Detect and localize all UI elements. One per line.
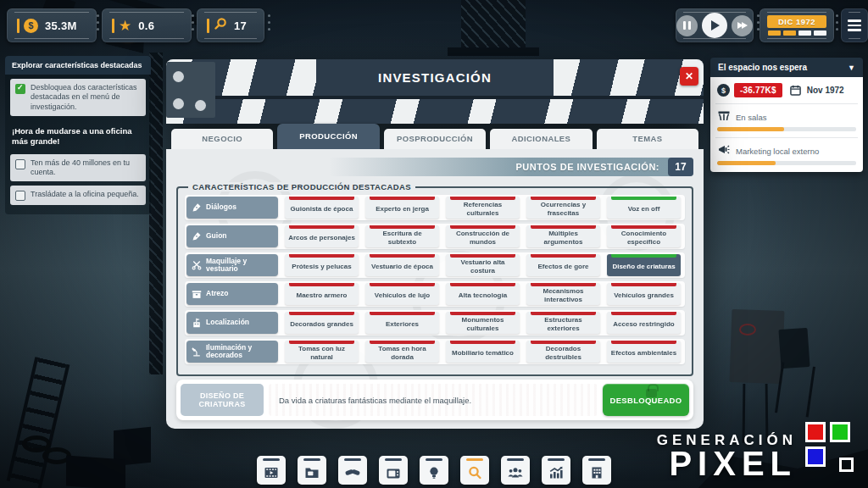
play-button[interactable] (702, 13, 727, 38)
phase-progress-fill (717, 127, 784, 131)
category-iluminacion[interactable]: Iluminación y decorados (186, 341, 278, 363)
research-item[interactable]: Estructuras exteriores (526, 312, 600, 334)
staff-button[interactable] (501, 456, 530, 485)
month-segment (768, 30, 781, 36)
research-item[interactable]: Monumentos culturales (446, 312, 520, 334)
quest-title: Explorar características destacadas (5, 56, 151, 75)
tab-produccion[interactable]: PRODUCCIÓN (277, 124, 379, 149)
whiteboard (730, 309, 785, 384)
stats-button[interactable] (542, 456, 570, 485)
research-item[interactable]: Acceso restringido (607, 312, 681, 334)
marketing-progress-fill (717, 161, 776, 165)
ticket-mark-icon (17, 19, 19, 33)
research-item[interactable]: Mobiliario temático (446, 341, 520, 363)
movie-panel-header[interactable]: El espacio nos espera ▼ (710, 58, 863, 77)
search-icon (466, 464, 483, 481)
research-row: Localización Decorados grandes Exteriore… (185, 310, 685, 336)
category-dialogos[interactable]: Diálogos (186, 197, 278, 219)
truss-tower (461, 0, 526, 53)
ideas-button[interactable] (420, 456, 448, 485)
research-item[interactable]: Alta tecnología (446, 283, 520, 305)
pause-button[interactable] (676, 15, 698, 36)
research-row: Iluminación y decorados Tomas con luz na… (185, 339, 685, 364)
building-icon (588, 464, 605, 481)
research-item[interactable]: Tomas en hora dorada (365, 341, 439, 363)
research-badge[interactable]: 17 (197, 8, 264, 42)
date-label: DIC 1972 (767, 15, 826, 28)
research-item[interactable]: Mecanismos interactivos (526, 283, 600, 305)
research-item[interactable]: Exteriores (365, 312, 439, 334)
research-item[interactable]: Vehículos de lujo (365, 283, 439, 305)
clapper-hinge (166, 62, 215, 118)
research-item[interactable]: Arcos de personajes (285, 225, 359, 247)
research-item[interactable]: Vestuario de época (365, 254, 439, 276)
tv-icon (385, 464, 402, 481)
research-item[interactable]: Experto en jerga (365, 197, 439, 219)
folder-icon (303, 464, 320, 481)
movies-button[interactable] (257, 456, 286, 485)
research-item[interactable]: Prótesis y pelucas (285, 254, 359, 276)
tab-adicionales[interactable]: ADICIONALES (490, 129, 592, 149)
research-item[interactable]: Decorados grandes (285, 312, 359, 334)
menu-button[interactable] (841, 8, 868, 42)
category-localizacion[interactable]: Localización (186, 312, 278, 334)
projects-button[interactable] (298, 456, 326, 485)
research-item[interactable]: Múltiples argumentos (526, 225, 600, 247)
ticket-mark-icon (207, 19, 209, 33)
month-segment (814, 30, 826, 36)
research-item[interactable]: Vehículos grandes (607, 283, 681, 305)
category-maquillaje[interactable]: Maquillaje y vestuario (186, 254, 278, 276)
research-item[interactable]: Maestro armero (285, 283, 359, 305)
pixel-logo-icon (805, 422, 860, 478)
makeup-icon (192, 260, 202, 270)
research-item[interactable]: Ocurrencias y frasecitas (526, 197, 600, 219)
checkbox-icon[interactable] (15, 191, 25, 201)
research-item[interactable]: Construcción de mundos (446, 225, 520, 247)
dollar-coin-icon: $ (717, 84, 730, 97)
research-item[interactable]: Efectos de gore (526, 254, 600, 276)
research-button[interactable] (460, 456, 489, 485)
deals-button[interactable] (338, 456, 367, 485)
checkbox-icon[interactable] (15, 159, 25, 169)
tab-negocio[interactable]: NEGOCIO (171, 129, 273, 149)
rating-badge[interactable]: ★ 0.6 (102, 8, 192, 42)
magnifier-icon (214, 17, 227, 34)
research-points-value: 17 (668, 158, 693, 176)
fast-forward-icon (737, 22, 748, 29)
pause-icon (683, 21, 691, 30)
whiteboard-scribble (739, 324, 756, 336)
handshake-icon (344, 464, 361, 481)
folding-chair-legs (775, 363, 815, 418)
quest-panel: Explorar características destacadas Desb… (5, 56, 151, 214)
building-flag-icon (192, 318, 202, 328)
fast-forward-button[interactable] (732, 15, 753, 36)
research-item[interactable]: Referencias culturales (446, 197, 520, 219)
tab-posproduccion[interactable]: POSPRODUCCIÓN (384, 129, 486, 149)
modal-tabs: NEGOCIO PRODUCCIÓN POSPRODUCCIÓN ADICION… (166, 124, 704, 149)
research-item[interactable]: Voz en off (607, 197, 681, 219)
close-button[interactable]: ✕ (680, 67, 698, 86)
studio-button[interactable] (582, 456, 611, 485)
broadcast-button[interactable] (379, 456, 408, 485)
movie-marketing-row: Marketing local externo (717, 144, 856, 161)
unlock-button[interactable]: DESBLOQUEADO (603, 384, 689, 416)
research-item[interactable]: Escritura de subtexto (365, 225, 439, 247)
lamp-icon (192, 347, 202, 357)
money-badge[interactable]: $ 35.3M (7, 8, 97, 42)
research-item[interactable]: Vestuario alta costura (446, 254, 520, 276)
research-item[interactable]: Conocimiento específico (607, 225, 681, 247)
category-atrezo[interactable]: Atrezo (186, 283, 278, 305)
phase-progress-track (717, 127, 856, 131)
research-item[interactable]: Guionista de época (285, 197, 359, 219)
research-item[interactable]: Decorados destruibles (526, 341, 600, 363)
research-item[interactable]: Tomas con luz natural (285, 341, 359, 363)
tab-temas[interactable]: TEMAS (597, 129, 698, 149)
quest-task: Trasládate a la oficina pequeña. (10, 186, 146, 205)
quest-task-label: Trasládate a la oficina pequeña. (31, 190, 139, 199)
research-item-selected[interactable]: Diseño de criaturas (607, 254, 681, 276)
research-item[interactable]: Efectos ambientales (607, 341, 681, 363)
category-guion[interactable]: Guion (186, 225, 278, 247)
theater-icon (717, 111, 730, 123)
checkbox-checked-icon[interactable] (15, 84, 25, 94)
bulb-icon (426, 464, 442, 481)
